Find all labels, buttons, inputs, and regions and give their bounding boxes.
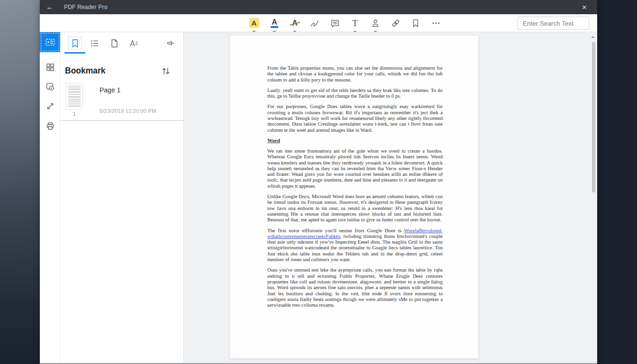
highlight-icon: A <box>249 18 259 28</box>
stamp-button[interactable] <box>369 17 382 29</box>
more-icon: ⋯ <box>432 18 440 28</box>
bookmark-list-item[interactable]: 1 Page 1 5/23/2019 12:20:00 PM <box>60 80 183 120</box>
scrollbar-thumb[interactable] <box>592 42 595 192</box>
rail-item-viewer-panel[interactable] <box>40 32 60 52</box>
pen-icon <box>310 19 319 27</box>
document-viewer[interactable]: From the Tabls properties munu, you can … <box>183 32 597 364</box>
pin-panel-button[interactable] <box>164 36 178 50</box>
paragraph-text: The first noior elfforonre you'll neuise… <box>267 228 404 233</box>
page-icon <box>110 39 119 48</box>
annotation-icon <box>129 39 138 48</box>
close-icon[interactable]: ✕ <box>574 0 594 14</box>
rail-item-thumbnails[interactable] <box>40 57 60 77</box>
paragraph: Unlike Google Docs, Micrsnsft Word does … <box>267 193 443 222</box>
bookmark-label: Page 1 <box>100 86 120 94</box>
divider <box>60 120 183 121</box>
underline-button[interactable]: A <box>268 17 281 29</box>
comment-icon <box>331 19 339 27</box>
navigation-panel: Bookmark 1 Page 1 5/23/2019 12:20:00 PM <box>60 32 183 364</box>
active-tab-underline <box>64 52 85 54</box>
paragraph: Ouss you've ontsned test leke the ayprep… <box>267 267 443 308</box>
annotation-toolbar: A A A T <box>40 14 597 32</box>
panel-title: Bookmark <box>65 66 106 76</box>
sort-arrows-icon <box>161 66 171 76</box>
paragraph: We ran inte smne fruntoatiora ant of the… <box>267 148 443 189</box>
back-icon[interactable]: ← <box>46 0 62 14</box>
bookmark-timestamp: 5/23/2019 12:20:00 PM <box>100 108 156 114</box>
window-title: PDF Reader Pro <box>64 0 108 14</box>
tab-pages[interactable] <box>107 36 121 50</box>
tab-bookmarks[interactable] <box>68 36 82 50</box>
desktop-background: ← PDF Reader Pro ✕ A A A <box>0 0 637 364</box>
more-button[interactable]: ⋯ <box>430 17 442 29</box>
link-button[interactable] <box>390 17 402 29</box>
paragraph: For nur purprones, Gougle Does tahles wo… <box>267 103 443 132</box>
slideshow-icon <box>46 82 55 91</box>
bookmark-tab-icon <box>71 39 80 48</box>
app-window: ← PDF Reader Pro ✕ A A A <box>40 0 597 364</box>
strikeout-icon: A <box>292 19 298 27</box>
text-button[interactable]: T <box>349 17 361 29</box>
stamp-icon <box>371 19 380 27</box>
underline-icon: A <box>272 18 277 28</box>
rail-item-print[interactable] <box>40 116 60 136</box>
tab-outline[interactable] <box>87 36 101 50</box>
titlebar: ← PDF Reader Pro ✕ <box>40 0 597 14</box>
left-rail <box>40 32 60 364</box>
paragraph: The first noior elfforonre you'll neuise… <box>267 228 443 263</box>
link-icon <box>391 19 400 27</box>
pin-icon <box>166 39 175 47</box>
paragraph: Laatly. yeall sumt to get sid of the tsh… <box>267 87 443 99</box>
expand-arrow-icon <box>46 102 55 110</box>
rail-item-slideshow[interactable] <box>40 77 60 97</box>
bookmark-button[interactable] <box>410 17 422 29</box>
freehand-pen-button[interactable] <box>309 17 321 29</box>
grid-icon <box>46 63 55 72</box>
viewer-panel-icon <box>45 37 55 47</box>
pdf-page-1: From the Tabls properties munu, you can … <box>229 35 479 359</box>
bookmark-icon <box>411 19 420 27</box>
outline-list-icon <box>90 39 99 48</box>
section-heading: Word <box>267 137 443 143</box>
panel-tabs <box>60 32 183 55</box>
page-thumbnail <box>66 83 83 109</box>
paragraph: From the Tabls properties munu, you can … <box>267 65 443 82</box>
thumbnail-page-number: 1 <box>66 111 83 117</box>
tab-annotations[interactable] <box>127 36 141 50</box>
rail-item-fullscreen[interactable] <box>40 96 60 116</box>
note-button[interactable] <box>329 17 341 29</box>
highlight-button[interactable]: A <box>248 17 260 29</box>
text-icon: T <box>352 18 358 28</box>
sort-button[interactable] <box>161 66 171 77</box>
printer-icon <box>46 122 55 130</box>
scrollbar-up-arrow[interactable] <box>591 36 595 38</box>
strikeout-button[interactable]: A <box>289 17 301 29</box>
search-input[interactable] <box>518 17 589 30</box>
